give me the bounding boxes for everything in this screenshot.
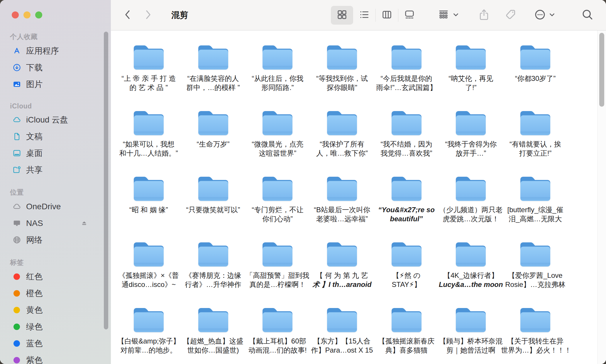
back-button[interactable] — [121, 7, 134, 23]
folder-item[interactable]: “上 帝 亲 手 打 造 的 艺 术 品 ” — [116, 44, 181, 109]
sidebar-scrollbar[interactable] — [104, 32, 108, 329]
sidebar-item-nas[interactable]: NAS — [0, 215, 111, 232]
document-icon — [12, 132, 22, 142]
folder-item[interactable]: “You&#x27;re so beautiful” — [374, 175, 439, 241]
sidebar-item-desktop[interactable]: 桌面 — [0, 145, 111, 161]
sidebar-item-documents[interactable]: 文稿 — [0, 128, 111, 145]
folder-item[interactable]: “只要微笑就可以” — [181, 175, 246, 241]
folder-label: 【东方】【15人合 作】Para…ost X 15 — [308, 336, 376, 355]
folder-icon — [325, 175, 359, 203]
folder-item[interactable]: “呐艾伦，再见 了!” — [439, 44, 503, 109]
sidebar-item-downloads[interactable]: 下载 — [0, 59, 111, 76]
red-tag-icon — [12, 272, 22, 282]
folder-item[interactable]: 【戴上耳机】60部 动画混…们的故事! — [245, 306, 310, 364]
toolbar: 混剪 — [111, 0, 606, 30]
sidebar-item-label: 橙色 — [26, 288, 43, 299]
sidebar-item-label: OneDrive — [26, 202, 61, 211]
folder-icon — [518, 109, 553, 137]
folder-label: “今后我就是你的 雨伞!”…玄武国篇】 — [372, 74, 441, 92]
minimize-button[interactable] — [23, 11, 31, 18]
gallery-view-button[interactable] — [398, 6, 421, 25]
search-button[interactable] — [581, 8, 594, 22]
folder-item[interactable]: “我终于舍得为你 放开手…” — [439, 109, 503, 175]
close-button[interactable] — [12, 11, 19, 18]
tag-button[interactable] — [505, 8, 517, 22]
folder-item[interactable]: 《孤独摇滚》×《普 通disco…isco》~ — [116, 241, 181, 306]
section-header-locations: 位置 — [10, 188, 111, 197]
sidebar-sections: 个人收藏 应用程序 下载 图片 iCloud — [0, 0, 111, 364]
folder-item[interactable]: “昭 和 姻 缘” — [116, 175, 181, 241]
main-area: 混剪 — [111, 0, 606, 364]
folder-item[interactable]: 【东方】【15人合 作】Para…ost X 15 — [310, 306, 374, 364]
folder-item[interactable]: “从此往后，你我 形同陌路.” — [245, 44, 310, 109]
folder-item[interactable]: 【孤独摇滚新春庆 典】喜多猫猫 — [374, 306, 439, 364]
sidebar-item-tag-green[interactable]: 绿色 — [0, 318, 111, 335]
folder-item[interactable]: （少儿频道）两只老 虎爱跳…次元版！ — [439, 175, 503, 241]
sidebar-item-tag-red[interactable]: 红色 — [0, 268, 111, 285]
eject-icon[interactable] — [80, 219, 89, 228]
zoom-button[interactable] — [35, 11, 42, 18]
folder-item[interactable]: “我不结婚，因为 我觉得…喜欢我” — [374, 109, 439, 175]
folder-item[interactable]: “如果可以，我想 和十几…人结婚。” — [116, 109, 181, 175]
sidebar-item-tag-blue[interactable]: 蓝色 — [0, 335, 111, 352]
sidebar-item-icloud-drive[interactable]: iCloud 云盘 — [0, 111, 111, 128]
folder-item[interactable]: 【4K_边缘行者】 Lucy&a…the moon — [439, 241, 503, 306]
folder-item[interactable]: 「高甜预警」甜到我 真的是…柠檬啊！ — [245, 241, 310, 306]
sidebar-item-network[interactable]: 网络 — [0, 232, 111, 248]
sidebar-item-tag-yellow[interactable]: 黄色 — [0, 302, 111, 318]
list-view-button[interactable] — [353, 6, 375, 25]
sidebar-item-pictures[interactable]: 图片 — [0, 76, 111, 93]
icon-view-button[interactable] — [331, 6, 353, 25]
sidebar-item-tag-purple[interactable]: 紫色 — [0, 352, 111, 364]
folder-item[interactable]: “有错就要认，挨 打要立正!” — [503, 109, 568, 175]
folder-item[interactable]: “你都30岁了” — [503, 44, 568, 109]
folder-label: “如果可以，我想 和十几…人结婚。” — [114, 140, 183, 158]
folder-item[interactable]: 【 何 为 第 九 艺 术 】I th…aranoid — [310, 241, 374, 306]
forward-button[interactable] — [142, 7, 154, 23]
sidebar-item-label: iCloud 云盘 — [26, 114, 68, 125]
folder-icon — [131, 44, 166, 71]
share-button[interactable] — [478, 8, 490, 22]
folder-label: 【关于我转生在异 世界为…】必火！！！ — [501, 336, 570, 355]
sidebar-item-label: 图片 — [26, 79, 43, 90]
section-header-tags: 标签 — [10, 258, 111, 267]
folder-item[interactable]: “我保护了所有 人，唯…救下你” — [310, 109, 374, 175]
column-view-button[interactable] — [376, 6, 398, 25]
sidebar-item-applications[interactable]: 应用程序 — [0, 42, 111, 59]
folder-item[interactable]: 【白银&amp;弥子】 对前辈…的地步。 — [116, 306, 181, 364]
folder-label: 【超燃_热血】这盛 世如你…国盛世) — [179, 336, 248, 355]
content-scrollbar-track[interactable] — [597, 30, 606, 364]
folder-item[interactable]: 【⚡然 の STAY⚡】 — [374, 241, 439, 306]
folder-item[interactable]: “今后我就是你的 雨伞!”…玄武国篇】 — [374, 44, 439, 109]
folder-icon — [260, 175, 295, 203]
orange-tag-icon — [12, 288, 22, 298]
folder-label: “生命万岁” — [179, 140, 248, 149]
folder-item[interactable]: “在满脸笑容的人 群中，…的模样 ” — [181, 44, 246, 109]
sidebar-item-label: 文稿 — [26, 131, 43, 142]
folder-item[interactable]: 《赛博朋克：边缘 行者》…升华神作 — [181, 241, 246, 306]
sidebar-item-onedrive[interactable]: OneDrive — [0, 198, 111, 215]
folder-label: “从此往后，你我 形同陌路.” — [243, 74, 312, 92]
folder-label: “昭 和 姻 缘” — [114, 205, 183, 214]
folder-item[interactable]: 【关于我转生在异 世界为…】必火！！！ — [503, 306, 568, 364]
folder-item[interactable]: 【爱你罗茜_Love Rosie】…克拉弗林 — [503, 241, 568, 306]
gallery-view-icon — [404, 9, 415, 21]
folder-icon — [518, 175, 553, 203]
folder-item[interactable]: “B站最后一次叫你 老婆啦…远幸福” — [310, 175, 374, 241]
sidebar-item-shared[interactable]: 共享 — [0, 161, 111, 178]
group-by-button[interactable] — [438, 9, 459, 21]
folder-icon — [196, 175, 231, 203]
content-scrollbar-thumb[interactable] — [599, 33, 604, 107]
sidebar-item-tag-orange[interactable]: 橙色 — [0, 285, 111, 302]
folder-item[interactable]: 【超燃_热血】这盛 世如你…国盛世) — [181, 306, 246, 364]
folder-icon — [196, 44, 231, 71]
folder-icon — [453, 44, 488, 71]
more-button[interactable] — [534, 8, 556, 22]
folder-item[interactable]: “微微晨光，点亮 这喧嚣世界” — [245, 109, 310, 175]
folder-item[interactable]: “专门剪烂，不让 你们心动” — [245, 175, 310, 241]
folder-item[interactable]: 【顾与】桥本环奈混 剪｜她曾活过啊 — [439, 306, 503, 364]
cloud-icon — [12, 202, 22, 212]
folder-item[interactable]: “等我找到你，试 探你眼睛” — [310, 44, 374, 109]
folder-item[interactable]: [butterfly_综漫_催 泪_高燃…无限大 — [503, 175, 568, 241]
folder-item[interactable]: “生命万岁” — [181, 109, 246, 175]
